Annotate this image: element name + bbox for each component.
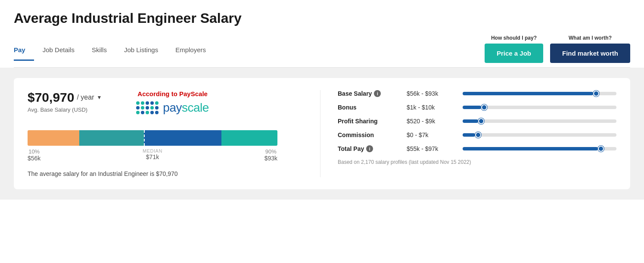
dot — [136, 101, 140, 105]
comp-bar-bonus — [463, 106, 616, 109]
page-wrapper: Average Industrial Engineer Salary Pay J… — [0, 0, 644, 263]
median-amount: $71k — [146, 153, 159, 160]
median-label: MEDIAN — [143, 148, 162, 153]
bar-labels: 10% $56k MEDIAN $71k 90% $93k — [28, 148, 277, 162]
salary-top: $70,970 / year ▼ Avg. Base Salary (USD) … — [28, 90, 303, 122]
bar-label-p10: 10% $56k — [28, 148, 40, 162]
tab-pay[interactable]: Pay — [14, 42, 34, 61]
comp-bar-fill-profit-sharing — [463, 119, 478, 123]
bar-label-p90: 90% $93k — [264, 148, 277, 162]
header-section: Average Industrial Engineer Salary Pay J… — [0, 0, 644, 68]
cta-find-worth-label: What am I worth? — [569, 35, 612, 41]
comp-range-bonus: $1k - $10k — [407, 104, 463, 111]
salary-subtitle: Avg. Base Salary (USD) — [28, 106, 102, 113]
total-pay-info-icon[interactable]: i — [366, 145, 373, 152]
comp-range-commission: $0 - $7k — [407, 132, 463, 138]
tab-job-details[interactable]: Job Details — [34, 42, 83, 61]
price-a-job-button[interactable]: Price a Job — [485, 44, 543, 63]
page-title: Average Industrial Engineer Salary — [14, 10, 630, 26]
dot — [155, 101, 159, 105]
comp-row-total-pay: Total Pay i $55k - $97k — [338, 145, 616, 152]
comp-range-base-salary: $56k - $93k — [407, 90, 463, 97]
base-salary-info-icon[interactable]: i — [374, 90, 381, 97]
cta-find-worth-group: What am I worth? Find market worth — [550, 35, 630, 63]
bonus-text: Bonus — [338, 104, 357, 111]
bar-segment-upper-mid — [144, 130, 221, 146]
dot — [146, 106, 149, 110]
comp-bar-fill-bonus — [463, 106, 481, 109]
nav-ctas: How should I pay? Price a Job What am I … — [485, 35, 630, 67]
comp-bar-base-salary — [463, 92, 616, 95]
payscale-dots-icon — [136, 101, 159, 114]
content-area: $70,970 / year ▼ Avg. Base Salary (USD) … — [0, 68, 644, 200]
comp-row-bonus: Bonus $1k - $10k — [338, 104, 616, 111]
comp-row-commission: Commission $0 - $7k — [338, 132, 616, 138]
comp-bar-dot-bonus — [481, 104, 487, 110]
nav-row: Pay Job Details Skills Job Listings Empl… — [14, 35, 630, 68]
cta-price-job-label: How should I pay? — [491, 35, 537, 41]
comp-bar-dot-commission — [475, 132, 481, 138]
comp-bar-total-pay — [463, 147, 616, 150]
bar-segment-p90 — [221, 130, 277, 146]
comp-bar-profit-sharing — [463, 119, 616, 123]
comp-label-total-pay: Total Pay i — [338, 145, 407, 152]
p90-amount: $93k — [264, 155, 277, 162]
comp-label-bonus: Bonus — [338, 104, 407, 111]
comp-row-base-salary: Base Salary i $56k - $93k — [338, 90, 616, 97]
bar-segment-lower-mid — [79, 130, 144, 146]
commission-text: Commission — [338, 132, 374, 138]
nav-tabs: Pay Job Details Skills Job Listings Empl… — [14, 42, 215, 61]
tab-job-listings[interactable]: Job Listings — [115, 42, 167, 61]
dot — [141, 101, 144, 105]
comp-bar-dot-profit-sharing — [478, 118, 484, 124]
comp-bar-fill-commission — [463, 133, 475, 137]
salary-value: $70,970 — [28, 90, 74, 105]
payscale-wordmark: payscale — [163, 101, 209, 115]
comp-range-total-pay: $55k - $97k — [407, 145, 463, 152]
dot — [150, 106, 154, 110]
bar-label-median: MEDIAN $71k — [143, 148, 162, 162]
comp-bar-fill-total-pay — [463, 147, 598, 150]
right-panel: Base Salary i $56k - $93k Bonus $1k - $1… — [320, 90, 616, 177]
payscale-branding: According to PayScale — [136, 90, 209, 115]
main-card: $70,970 / year ▼ Avg. Base Salary (USD) … — [14, 78, 630, 189]
salary-dropdown-arrow[interactable]: ▼ — [96, 94, 102, 100]
salary-info: $70,970 / year ▼ Avg. Base Salary (USD) — [28, 90, 102, 122]
comp-bar-commission — [463, 133, 616, 137]
comp-label-base-salary: Base Salary i — [338, 90, 407, 97]
left-panel: $70,970 / year ▼ Avg. Base Salary (USD) … — [28, 90, 320, 177]
dot — [155, 111, 159, 114]
profit-sharing-text: Profit Sharing — [338, 118, 378, 125]
comp-row-profit-sharing: Profit Sharing $520 - $9k — [338, 118, 616, 125]
according-to-label: According to PayScale — [137, 90, 208, 97]
comp-label-commission: Commission — [338, 132, 407, 138]
p10-amount: $56k — [28, 155, 40, 162]
cta-price-job-group: How should I pay? Price a Job — [485, 35, 543, 63]
comp-bar-fill-base-salary — [463, 92, 593, 95]
base-salary-text: Base Salary — [338, 90, 372, 97]
comp-bar-dot-base-salary — [593, 91, 599, 97]
dot — [146, 101, 149, 105]
bar-segment-p10 — [28, 130, 79, 146]
dot — [150, 101, 154, 105]
avg-description: The average salary for an Industrial Eng… — [28, 170, 303, 177]
salary-period: / year — [77, 94, 94, 101]
comp-label-profit-sharing: Profit Sharing — [338, 118, 407, 125]
dot — [150, 111, 154, 114]
salary-amount-row: $70,970 / year ▼ — [28, 90, 102, 105]
dot — [141, 111, 144, 114]
profiles-note: Based on 2,170 salary profiles (last upd… — [338, 159, 616, 165]
tab-employers[interactable]: Employers — [167, 42, 215, 61]
tab-skills[interactable]: Skills — [83, 42, 115, 61]
total-pay-text: Total Pay — [338, 145, 364, 152]
find-market-worth-button[interactable]: Find market worth — [550, 44, 630, 63]
p10-pct: 10% — [28, 148, 40, 155]
comp-bar-dot-total-pay — [598, 146, 604, 152]
dot — [146, 111, 149, 114]
dot — [136, 111, 140, 114]
salary-bar-container: 10% $56k MEDIAN $71k 90% $93k — [28, 130, 303, 162]
dot — [155, 106, 159, 110]
dot — [136, 106, 140, 110]
payscale-logo: payscale — [136, 101, 209, 115]
salary-bar — [28, 130, 277, 146]
